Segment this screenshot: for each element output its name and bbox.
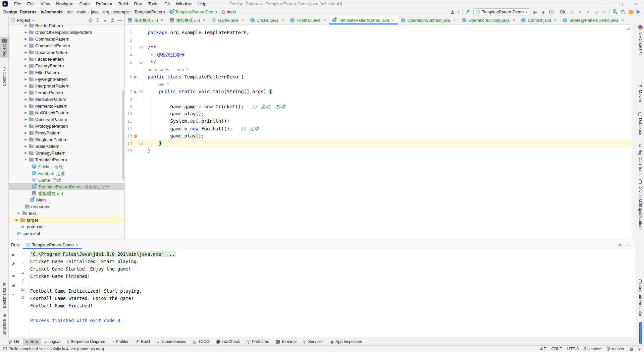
breadcrumb-item[interactable]: main [77, 10, 86, 14]
chevron-down-icon[interactable]: ▼ [24, 158, 28, 161]
chevron-right-icon[interactable]: ▶ [24, 37, 28, 41]
chevron-down-icon[interactable]: ▾ [32, 19, 34, 22]
tree-item-FacadePattern[interactable]: ▶FacadePattern [9, 56, 125, 62]
breadcrumb-item[interactable]: example [114, 10, 129, 14]
tool-stripe-bookmarks[interactable]: Bookmarks [0, 281, 9, 310]
editor-tab-OperationMultiply-java[interactable]: COperationMultiply.java✕ [459, 16, 518, 24]
indent-setting[interactable]: 3 spaces* [584, 347, 602, 351]
close-icon[interactable]: ✕ [76, 243, 79, 247]
tool-window-button-dependencies[interactable]: ≡Dependencies [154, 339, 189, 345]
tree-item-DecoratorPattern[interactable]: ▶DecoratorPattern [9, 49, 125, 56]
tree-item-PrototypePattern[interactable]: ▶PrototypePattern [9, 123, 125, 129]
tool-window-button-build[interactable]: Build [132, 339, 153, 345]
breadcrumb-item[interactable]: org [103, 10, 109, 14]
tree-item-TemplatePattern[interactable]: ▼TemplatePattern [9, 156, 125, 163]
line-ending[interactable]: CRLF [551, 347, 562, 351]
breadcrumb-item[interactable]: java [91, 10, 99, 14]
close-icon[interactable]: ✕ [621, 18, 624, 22]
editor-tab-Cricket-java[interactable]: CCricket.java✕ [247, 16, 287, 24]
chevron-right-icon[interactable]: ▶ [24, 71, 28, 74]
tool-stripe-maven[interactable]: mMaven [636, 82, 644, 104]
menu-tools[interactable]: Tools [145, 1, 161, 6]
tree-item-IteratorPattern[interactable]: ▶IteratorPattern [9, 89, 125, 96]
chevron-right-icon[interactable]: ▶ [24, 124, 28, 128]
chevron-right-icon[interactable]: ▶ [24, 64, 28, 67]
tree-item-CommandPattern[interactable]: ▶CommandPattern [9, 36, 125, 42]
chevron-right-icon[interactable]: ▶ [24, 144, 28, 148]
run-button[interactable]: ▶ [533, 9, 538, 15]
edit-configuration-wrench-icon[interactable] [11, 261, 16, 267]
intention-bulb-icon[interactable] [134, 134, 137, 137]
tree-item-StatePattern[interactable]: ▶StatePattern [9, 143, 125, 150]
tool-window-button-profiler[interactable]: ◔Profiler [109, 339, 131, 345]
editor-tab-Context-java[interactable]: CContext.java✕ [518, 16, 560, 24]
run-with-coverage-button[interactable] [549, 9, 554, 15]
chevron-right-icon[interactable]: ▶ [24, 131, 28, 134]
chevron-right-icon[interactable]: ▶ [24, 57, 28, 61]
chevron-right-icon[interactable]: ▶ [24, 104, 28, 108]
maximize-button[interactable]: ▢ [614, 0, 629, 8]
chevron-right-icon[interactable]: ▶ [24, 51, 28, 54]
console-output[interactable]: "C:\Program Files\Java\jdk1.8.0_201\bin\… [30, 250, 636, 338]
chevron-right-icon[interactable]: ▶ [24, 118, 28, 121]
chevron-right-icon[interactable]: ▶ [24, 111, 28, 114]
tree-item-pom-xml[interactable]: mpom.xml [9, 230, 125, 237]
plugin-play-icon[interactable] [636, 10, 641, 14]
tree-item-StrategyPattern[interactable]: ▶StrategyPattern [9, 150, 125, 156]
menu-code[interactable]: Code [76, 1, 93, 6]
tool-window-button-app-inspection[interactable]: ▣App Inspection [328, 339, 365, 345]
run-line-icon[interactable]: ▶ [134, 75, 137, 79]
encoding[interactable]: UTF-8 [567, 347, 579, 351]
tool-window-button-problems[interactable]: !Problems [244, 339, 272, 345]
tree-item-Cricket[interactable]: CCricket板球 [9, 163, 125, 170]
editor-tab-StrategyPatternDemo-java[interactable]: CStrategyPatternDemo.java✕ [560, 16, 627, 24]
git-commit-icon[interactable]: ✔ [577, 9, 583, 15]
tool-stripe-project[interactable]: Project [0, 37, 9, 58]
tree-scrollbar[interactable] [122, 91, 124, 180]
close-icon[interactable]: ✕ [203, 18, 206, 22]
editor-tab-模板模式-md[interactable]: MD模板模式.md✕ [167, 16, 209, 24]
tree-item-TemplatePatternDemo[interactable]: CTemplatePatternDemo模板模式演示 [9, 183, 125, 190]
tree-item-SingletonPattern[interactable]: ▶SingletonPattern [9, 136, 125, 143]
lock-icon[interactable] [630, 349, 633, 351]
clear-console-icon[interactable]: ⊘ [20, 295, 25, 300]
y-plugin-icon[interactable]: y [638, 346, 641, 352]
breadcrumb-item[interactable]: src [67, 10, 73, 14]
tree-item-BuilderPattern[interactable]: ▶BuilderPattern [9, 22, 125, 29]
editor-tab-Football-java[interactable]: CFootball.java✕ [287, 16, 329, 24]
fold-marker-icon[interactable]: − [140, 61, 143, 64]
breadcrumb-item[interactable]: Design_Patterns [3, 10, 37, 14]
tree-item-target[interactable]: ▶target [9, 217, 125, 223]
git-history-icon[interactable]: ◷ [593, 9, 599, 15]
rerun-button[interactable]: ▶ [11, 252, 16, 257]
translate-icon[interactable]: A [612, 9, 618, 15]
fold-marker-icon[interactable]: − [140, 46, 143, 49]
editor-tab-TemplatePatternDemo-java[interactable]: CTemplatePatternDemo.java✕ [329, 16, 398, 24]
close-icon[interactable]: ✕ [281, 18, 284, 22]
git-update-icon[interactable]: ↙ [569, 9, 575, 15]
tree-item-NullObjectPattern[interactable]: ▶NullObjectPattern [9, 109, 125, 116]
chevron-right-icon[interactable]: ▶ [24, 84, 28, 87]
pin-tab-icon[interactable]: ⌖ [11, 292, 16, 297]
soft-wrap-icon[interactable]: ↵ [20, 271, 25, 276]
tool-stripe-big-data-tools[interactable]: DBig Data Tools [636, 142, 644, 177]
tree-item-ObserverPattern[interactable]: ▶ObserverPattern [9, 116, 125, 123]
menu-window[interactable]: Window [173, 1, 195, 6]
chevron-right-icon[interactable]: ▶ [24, 138, 28, 141]
minimize-button[interactable]: — [599, 0, 614, 8]
next-trace-icon[interactable]: ↓ [20, 260, 25, 265]
chevron-right-icon[interactable]: ▶ [24, 31, 28, 34]
tool-stripe-structure[interactable]: ⊞Structure [0, 311, 9, 337]
tool-window-button-todo[interactable]: ▤TODO [190, 339, 212, 345]
chevron-right-icon[interactable]: ▶ [24, 44, 28, 47]
close-icon[interactable]: ✕ [161, 18, 164, 22]
fold-marker-icon[interactable]: − [140, 142, 143, 145]
tree-item-模板模式-md[interactable]: MD模板模式.md [9, 190, 125, 196]
user-avatar-icon[interactable] [450, 9, 455, 15]
chevron-right-icon[interactable]: ▶ [24, 24, 28, 27]
scroll-to-end-icon[interactable]: ↧ [20, 279, 25, 284]
menu-refactor[interactable]: Refactor [93, 1, 115, 6]
menu-view[interactable]: View [38, 1, 53, 6]
tool-window-button-terminal[interactable]: >_Terminal [273, 339, 299, 345]
git-branch-widget[interactable]: master [607, 347, 625, 351]
